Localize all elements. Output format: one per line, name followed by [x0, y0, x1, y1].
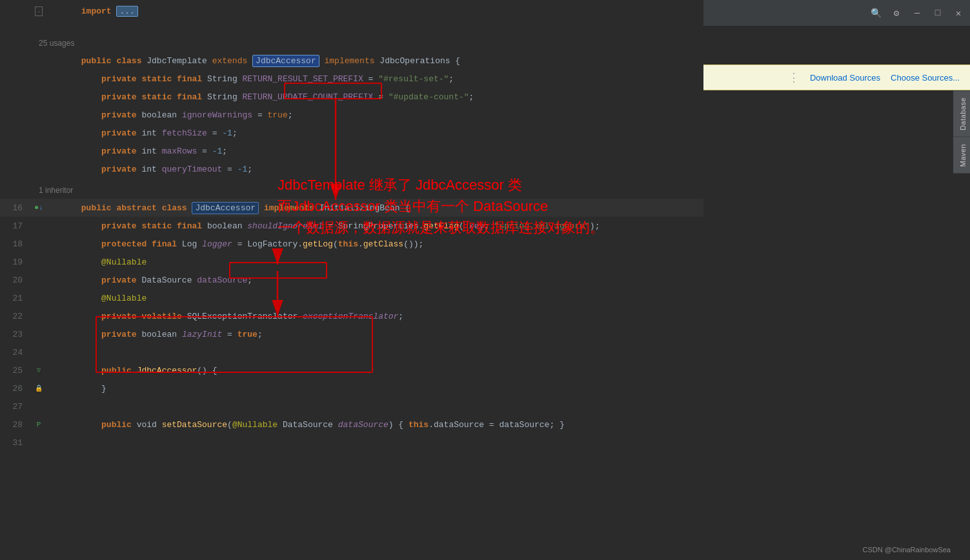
minimize-button[interactable]: —	[911, 6, 924, 19]
line-23: 23 private boolean lazyInit = true;	[0, 325, 703, 343]
ln-27: 27	[0, 402, 29, 412]
g-28: P	[29, 421, 48, 428]
database-tab[interactable]: Database	[953, 90, 970, 137]
import-dots[interactable]: ...	[116, 6, 137, 17]
three-dot-menu[interactable]: ⋮	[788, 70, 800, 85]
download-sources-bar: ⋮ Download Sources Choose Sources...	[703, 65, 970, 90]
empty-line-1	[0, 22, 703, 35]
gutter-icon-green: ●	[34, 203, 39, 212]
watermark: CSDN @ChinaRainbowSea	[862, 546, 951, 554]
lock-icon: 🔒	[35, 385, 43, 392]
ln-21: 21	[0, 294, 29, 303]
field-content-6: private int queryTimeout = -1;	[48, 155, 703, 184]
ln-20: 20	[0, 275, 29, 285]
vertical-tabs: Database Maven	[953, 90, 970, 284]
import-line: - import ...	[0, 0, 703, 22]
settings-icon[interactable]: ⚙	[890, 6, 903, 19]
line-gutter: -	[29, 6, 48, 16]
ln-18: 18	[0, 239, 29, 249]
search-icon[interactable]: 🔍	[869, 6, 882, 19]
ln-17: 17	[0, 221, 29, 231]
line-28: 28 P public void setDataSource(@Nullable…	[0, 415, 703, 434]
line-26: 26 🔒 }	[0, 379, 703, 397]
ln-31: 31	[0, 438, 29, 448]
ln-22: 22	[0, 312, 29, 321]
ln-23: 23	[0, 330, 29, 339]
ln-16: 16	[0, 203, 29, 213]
g-26: 🔒	[29, 385, 48, 392]
field-line-6: private int queryTimeout = -1;	[0, 160, 703, 178]
ln-19: 19	[0, 257, 29, 267]
maximize-button[interactable]: □	[931, 6, 944, 19]
ln-26: 26	[0, 384, 29, 394]
window-controls: 🔍 ⚙ — □ ✕	[703, 0, 970, 26]
line-31: 31	[0, 434, 703, 452]
method-icon-28: P	[37, 421, 41, 428]
close-button[interactable]: ✕	[952, 6, 965, 19]
choose-sources-link[interactable]: Choose Sources...	[891, 73, 960, 83]
constructor-icon: ▽	[37, 366, 41, 374]
g-16: ● ↓	[29, 203, 48, 212]
code-editor: - import ... 25 usages public class Jdbc…	[0, 0, 703, 560]
fold-button[interactable]: -	[35, 6, 43, 16]
gutter-icon-blue: ↓	[39, 205, 43, 212]
maven-tab[interactable]: Maven	[953, 137, 970, 174]
ln-25: 25	[0, 366, 29, 375]
download-sources-link[interactable]: Download Sources	[810, 73, 880, 83]
ln-24: 24	[0, 348, 29, 357]
ln-28: 28	[0, 420, 29, 430]
g-25: ▽	[29, 366, 48, 374]
